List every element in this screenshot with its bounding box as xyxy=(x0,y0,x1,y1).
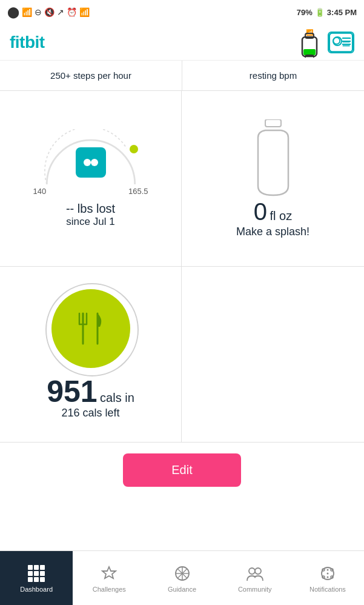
nav-community[interactable]: Community xyxy=(219,551,291,605)
water-unit: fl oz xyxy=(270,209,293,222)
cals-unit: cals in xyxy=(100,391,134,404)
nav-challenges[interactable]: Challenges xyxy=(73,551,145,605)
battery-icon: 🔋 xyxy=(315,8,325,17)
weight-text: -- lbs lost since Jul 1 xyxy=(66,202,115,228)
challenges-icon xyxy=(99,564,119,583)
header-icons: 📶 xyxy=(297,27,354,58)
cals-left: 216 cals left xyxy=(47,407,134,419)
signal-icon: 📶 xyxy=(79,7,90,17)
water-label: Make a splash! xyxy=(236,226,309,238)
wifi-icon: ↗ xyxy=(57,7,64,17)
bluetooth-icon: 📶 xyxy=(22,7,32,17)
nav-dashboard-label: Dashboard xyxy=(20,586,53,593)
nav-notifications[interactable]: Notifications xyxy=(291,551,364,605)
time-display: 3:45 PM xyxy=(327,8,357,17)
notifications-icon xyxy=(318,564,337,583)
svg-point-23 xyxy=(249,568,255,574)
water-cell[interactable]: 0 fl oz Make a splash! xyxy=(182,91,364,267)
alarm-icon: ⏰ xyxy=(67,7,77,17)
water-amount: 0 xyxy=(254,198,267,225)
food-info: 951 cals in 216 cals left xyxy=(47,376,134,419)
device-svg: 📶 xyxy=(297,27,322,58)
status-left: ⬤ 📶 ⊖ 🔇 ↗ ⏰ 📶 xyxy=(7,5,90,19)
nav-challenges-label: Challenges xyxy=(93,586,126,593)
weight-icon xyxy=(76,147,106,178)
main-content: 250+ steps per hour resting bpm 140 165.… xyxy=(0,61,364,540)
empty-cell xyxy=(182,267,364,443)
edit-button[interactable]: Edit xyxy=(123,453,240,487)
nav-guidance[interactable]: Guidance xyxy=(145,551,218,605)
dashboard-icon xyxy=(27,564,46,583)
nav-notifications-label: Notifications xyxy=(309,586,346,593)
app-header: fitbit 📶 xyxy=(0,24,364,61)
profile-svg xyxy=(329,32,353,53)
weight-max: 165.5 xyxy=(128,187,148,196)
svg-point-31 xyxy=(326,572,328,574)
svg-point-30 xyxy=(326,569,328,570)
food-circle xyxy=(51,289,130,368)
device-icon: 📶 xyxy=(297,27,322,58)
status-right: 79% 🔋 3:45 PM xyxy=(297,8,357,17)
phone-icon: ⬤ xyxy=(7,5,19,19)
guidance-icon xyxy=(173,564,192,583)
water-bottle-svg xyxy=(252,119,294,198)
svg-point-24 xyxy=(255,568,261,574)
weight-cell[interactable]: 140 165.5 -- lbs lost since Jul 1 xyxy=(0,91,182,267)
bottom-nav: Dashboard Challenges Guidance xyxy=(0,550,364,605)
svg-rect-10 xyxy=(265,119,281,127)
weight-gauge: 140 165.5 xyxy=(30,129,151,196)
nav-guidance-label: Guidance xyxy=(168,586,196,593)
edit-section: Edit xyxy=(0,443,364,497)
svg-text:📶: 📶 xyxy=(306,28,314,36)
bpm-cell: resting bpm xyxy=(182,61,364,90)
steps-cell: 250+ steps per hour xyxy=(0,61,182,90)
svg-point-32 xyxy=(326,576,328,578)
cals-line: 951 cals in xyxy=(47,376,134,407)
profile-card-button[interactable] xyxy=(328,32,354,53)
food-cell[interactable]: 951 cals in 216 cals left xyxy=(0,267,182,443)
svg-point-6 xyxy=(333,37,340,44)
cals-amount: 951 xyxy=(47,375,97,409)
weight-dot xyxy=(130,145,138,153)
community-icon xyxy=(245,564,265,583)
weight-lbs: -- lbs lost xyxy=(66,202,115,216)
fitbit-logo: fitbit xyxy=(10,33,45,52)
top-strip: 250+ steps per hour resting bpm xyxy=(0,61,364,91)
svg-rect-2 xyxy=(303,49,316,55)
battery-percent: 79% xyxy=(297,8,313,17)
svg-marker-17 xyxy=(102,567,116,578)
nav-community-label: Community xyxy=(238,586,272,593)
weight-min: 140 xyxy=(33,187,47,196)
mute-icon: 🔇 xyxy=(44,7,55,17)
weight-since: since Jul 1 xyxy=(66,216,115,228)
food-icon-svg xyxy=(70,307,112,350)
nav-dashboard[interactable]: Dashboard xyxy=(0,551,73,605)
water-info: 0 fl oz Make a splash! xyxy=(236,198,309,238)
minus-icon: ⊖ xyxy=(35,7,42,17)
metrics-grid: 140 165.5 -- lbs lost since Jul 1 0 fl o… xyxy=(0,91,364,443)
status-bar: ⬤ 📶 ⊖ 🔇 ↗ ⏰ 📶 79% 🔋 3:45 PM xyxy=(0,0,364,24)
